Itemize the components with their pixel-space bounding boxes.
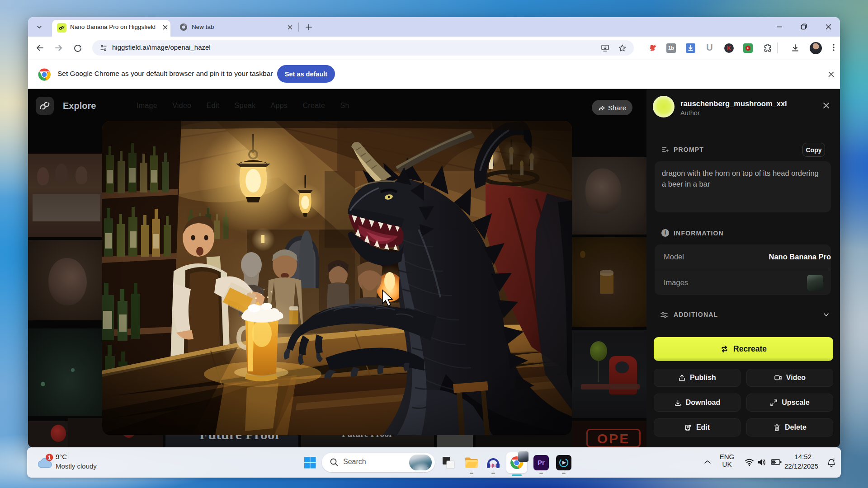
svg-text:1: 1 xyxy=(48,454,51,461)
svg-text:z: z xyxy=(833,457,835,461)
